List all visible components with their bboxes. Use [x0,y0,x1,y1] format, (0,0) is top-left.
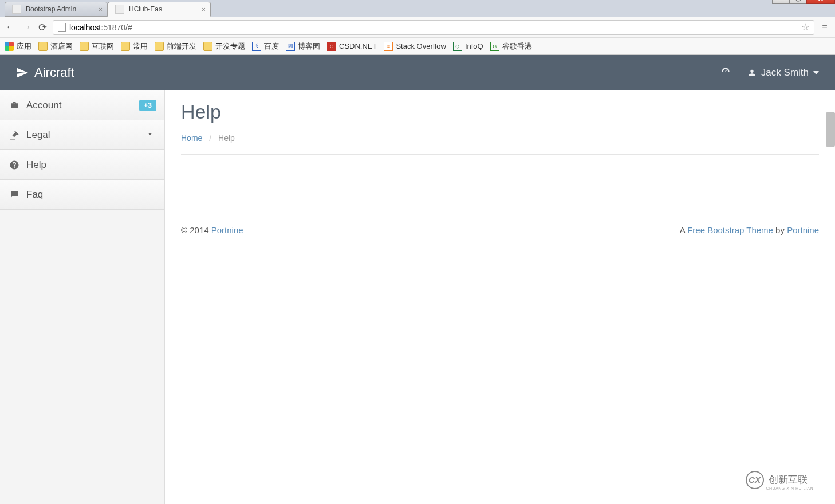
bookmark-bar: 应用 酒店网 互联网 常用 前端开发 开发专题 度百度 园博客园 CCSDN.N… [0,38,835,55]
dashboard-icon [720,66,731,77]
sidebar-item-label: Help [26,159,46,171]
url-input[interactable]: localhost:51870/# ☆ [53,20,814,35]
bookmark-item[interactable]: QInfoQ [453,42,483,51]
folder-icon [155,42,164,51]
brand-text: Aircraft [34,65,74,80]
page-title: Help [181,101,819,123]
briefcase-icon [9,100,19,111]
footer-right-mid: by [773,225,787,235]
sidebar-item-legal[interactable]: Legal [0,120,164,150]
copyright-prefix: © 2014 [181,225,211,235]
footer-link-portnine2[interactable]: Portnine [787,225,819,235]
site-icon: C [327,42,336,51]
browser-tab-strip: — ▢ X Bootstrap Admin × HClub-Eas × [0,0,835,17]
forward-button[interactable]: → [21,22,32,33]
bookmark-star-icon[interactable]: ☆ [801,22,809,33]
bookmark-item[interactable]: 度百度 [252,41,279,52]
bookmark-item[interactable]: G谷歌香港 [490,41,532,52]
site-icon: Q [453,42,462,51]
main-content: Help Home / Help © 2014 Portnine A Free … [165,90,835,504]
brand[interactable]: Aircraft [16,65,74,80]
folder-icon [203,42,212,51]
tab-title: Bootstrap Admin [26,5,76,13]
url-port: :51870 [101,23,125,32]
gavel-icon [9,130,19,140]
bookmark-item[interactable]: 园博客园 [286,41,320,52]
paper-plane-icon [16,66,29,79]
app-topbar: Aircraft Jack Smith [0,55,835,90]
comment-icon [9,190,19,200]
bookmark-item[interactable]: 酒店网 [38,41,73,52]
sidebar-item-label: Account [26,100,61,111]
browser-tab[interactable]: HClub-Eas × [108,2,211,17]
page-icon [12,5,21,14]
chevron-down-icon [813,71,819,74]
folder-icon [121,42,130,51]
sidebar-item-help[interactable]: Help [0,150,164,180]
user-icon [747,68,757,77]
watermark-logo: CX [746,471,764,489]
browser-menu-button[interactable]: ≡ [819,22,830,33]
url-path: /# [125,23,132,32]
sidebar-item-label: Faq [26,189,43,200]
bookmark-item[interactable]: CCSDN.NET [327,42,377,51]
page-icon [58,23,66,32]
footer-link-theme[interactable]: Free Bootstrap Theme [687,225,773,235]
url-host: localhost [69,23,101,32]
folder-icon [38,42,48,51]
footer: © 2014 Portnine A Free Bootstrap Theme b… [181,212,819,235]
sidebar: Account +3 Legal Help Faq [0,90,165,504]
watermark-subtext: CHUANG XIN HU LIAN [766,486,813,490]
folder-icon [80,42,89,51]
user-name: Jack Smith [761,67,809,78]
bookmark-item[interactable]: 应用 [5,41,31,52]
dashboard-icon-button[interactable] [720,66,731,80]
tab-title: HClub-Eas [129,5,162,13]
site-icon: G [490,42,499,51]
watermark-text: 创新互联 [769,473,808,486]
window-maximize-button[interactable]: ▢ [789,0,806,4]
page-content: Aircraft Jack Smith Account +3 [0,55,835,504]
window-close-button[interactable]: X [806,0,835,4]
browser-tab[interactable]: Bootstrap Admin × [5,2,108,17]
watermark: CX 创新互联 CHUANG XIN HU LIAN [729,467,824,493]
bookmark-item[interactable]: ≡Stack Overflow [384,42,446,51]
back-button[interactable]: ← [5,22,16,33]
reload-button[interactable]: ⟳ [37,22,48,33]
breadcrumb-home-link[interactable]: Home [181,133,202,143]
breadcrumb: Home / Help [181,133,819,155]
user-menu[interactable]: Jack Smith [747,67,819,78]
breadcrumb-current: Help [218,133,235,143]
footer-link-portnine[interactable]: Portnine [211,225,243,235]
chevron-down-icon [146,129,154,141]
window-minimize-button[interactable]: — [772,0,789,4]
site-icon: 园 [286,42,295,51]
sidebar-item-label: Legal [26,129,50,141]
sidebar-item-faq[interactable]: Faq [0,180,164,210]
footer-right-prefix: A [680,225,687,235]
bookmark-item[interactable]: 常用 [121,41,148,52]
bookmark-item[interactable]: 开发专题 [203,41,245,52]
breadcrumb-separator: / [209,133,211,143]
sidebar-badge: +3 [139,100,156,111]
browser-address-bar: ← → ⟳ localhost:51870/# ☆ ≡ [0,17,835,38]
question-icon [9,160,19,170]
bookmark-item[interactable]: 互联网 [80,41,114,52]
sidebar-item-account[interactable]: Account +3 [0,90,164,120]
page-icon [115,5,124,14]
site-icon: 度 [252,42,261,51]
close-tab-icon[interactable]: × [201,5,206,14]
site-icon: ≡ [384,42,393,51]
bookmark-item[interactable]: 前端开发 [155,41,196,52]
apps-icon [5,42,14,51]
close-tab-icon[interactable]: × [98,5,103,14]
